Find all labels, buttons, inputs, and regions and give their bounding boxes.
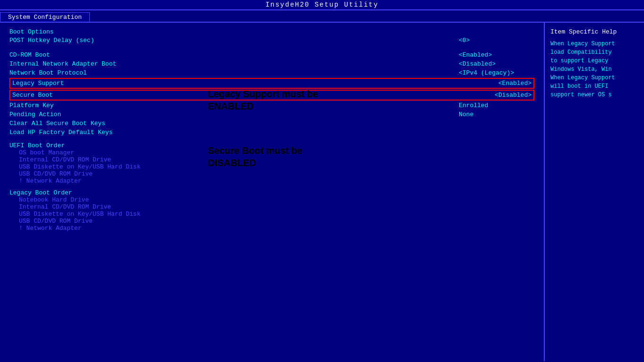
help-line-2: load Compatibility: [550, 48, 638, 57]
boot-options-label: Boot Options: [9, 28, 534, 35]
post-hotkey-label: POST Hotkey Delay (sec): [9, 37, 94, 44]
legacy-support-label: Legacy Support: [12, 80, 64, 87]
secure-boot-row[interactable]: Secure Boot <Disabled>: [9, 90, 534, 101]
platform-key-value: Enrolled: [459, 102, 534, 109]
legacy-item-3[interactable]: USB Diskette on Key/USB Hard Disk: [9, 210, 534, 218]
pending-action-row[interactable]: Pending Action None: [9, 110, 534, 118]
internal-network-boot-row[interactable]: Internal Network Adapter Boot <Disabled>: [9, 60, 534, 68]
network-boot-label: Network Boot Protocol: [9, 69, 87, 76]
platform-key-label: Platform Key: [9, 102, 54, 109]
load-hp-keys-row[interactable]: Load HP Factory Default Keys: [9, 128, 534, 136]
uefi-item-3[interactable]: USB Diskette on Key/USB Hard Disk: [9, 163, 534, 170]
legacy-item-2[interactable]: Internal CD/DVD ROM Drive: [9, 203, 534, 210]
legacy-item-1[interactable]: Notebook Hard Drive: [9, 196, 534, 203]
secure-boot-value: <Disabled>: [495, 92, 532, 99]
post-hotkey-row: POST Hotkey Delay (sec) <0>: [9, 36, 534, 44]
legacy-support-row[interactable]: Legacy Support <Enabled>: [9, 78, 534, 89]
internal-network-label: Internal Network Adapter Boot: [9, 60, 116, 67]
legacy-item-5[interactable]: ! Network Adapter: [9, 225, 534, 232]
uefi-item-1[interactable]: OS boot Manager: [9, 149, 534, 156]
uefi-item-2[interactable]: Internal CD/DVD ROM Drive: [9, 156, 534, 163]
cdrom-boot-label: CD-ROM Boot: [9, 51, 50, 59]
network-boot-value: <IPv4 (Legacy)>: [459, 69, 534, 76]
uefi-boot-order-label: UEFI Boot Order: [9, 142, 534, 149]
tab-system-configuration[interactable]: System Configuration: [0, 12, 90, 22]
cdrom-boot-row[interactable]: CD-ROM Boot <Enabled>: [9, 51, 534, 59]
clear-keys-label: Clear All Secure Boot Keys: [9, 120, 105, 127]
help-line-3: to support Legacy: [550, 57, 638, 65]
legacy-item-4[interactable]: USB CD/DVD ROM Drive: [9, 218, 534, 225]
help-panel: Item Specific Help When Legacy Support l…: [545, 23, 644, 361]
help-line-1: When Legacy Support: [550, 40, 638, 48]
legacy-boot-order-label: Legacy Boot Order: [9, 189, 534, 196]
uefi-item-5[interactable]: ! Network Adapter: [9, 177, 534, 185]
main-layout: Boot Options POST Hotkey Delay (sec) <0>…: [0, 23, 644, 361]
clear-keys-row[interactable]: Clear All Secure Boot Keys: [9, 119, 534, 127]
network-boot-protocol-row[interactable]: Network Boot Protocol <IPv4 (Legacy)>: [9, 69, 534, 77]
pending-action-value: None: [459, 111, 534, 118]
platform-key-row[interactable]: Platform Key Enrolled: [9, 101, 534, 109]
pending-action-label: Pending Action: [9, 111, 61, 118]
secure-boot-label: Secure Boot: [12, 92, 53, 99]
help-panel-title: Item Specific Help: [550, 27, 638, 37]
help-line-7: support newer OS s: [550, 91, 638, 99]
cdrom-boot-value: <Enabled>: [459, 51, 534, 59]
legacy-support-value: <Enabled>: [498, 80, 532, 87]
help-line-4: Windows Vista, Win: [550, 65, 638, 74]
help-line-5: When Legacy Support: [550, 74, 638, 82]
load-hp-keys-label: Load HP Factory Default Keys: [9, 129, 112, 136]
content-area: Boot Options POST Hotkey Delay (sec) <0>…: [0, 23, 545, 361]
internal-network-value: <Disabled>: [459, 60, 534, 67]
app-title: InsydeH20 Setup Utility: [266, 1, 378, 8]
tab-bar: System Configuration: [0, 10, 644, 23]
post-hotkey-value: <0>: [459, 37, 534, 44]
top-bar: InsydeH20 Setup Utility: [0, 0, 644, 10]
help-line-6: will boot in UEFI: [550, 82, 638, 91]
uefi-item-4[interactable]: USB CD/DVD ROM Drive: [9, 170, 534, 177]
